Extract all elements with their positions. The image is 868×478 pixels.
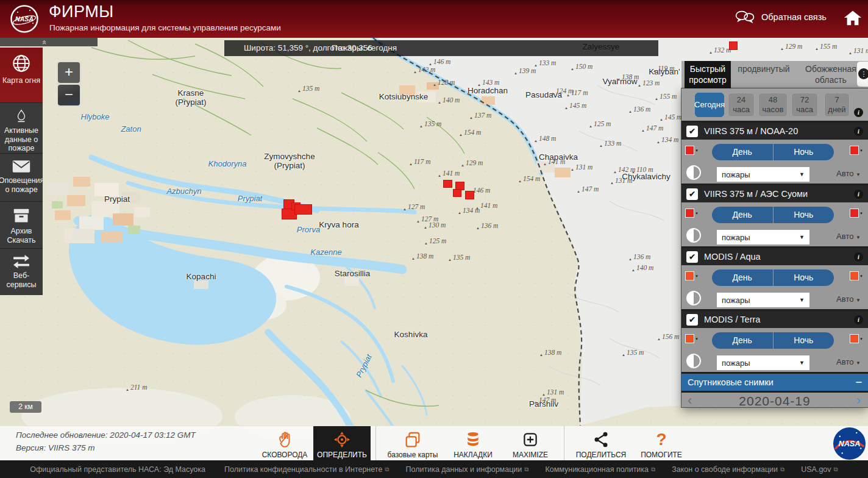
footer-link[interactable]: Политика конфиденциальности в Интернете⧉ [224,465,390,474]
zoom-in-button[interactable]: + [58,62,80,83]
elevation-marker: ▲123 m [638,79,660,87]
peak-icon: ▲ [542,393,546,396]
layer-checkbox[interactable]: ✔ [686,251,698,263]
identify-button[interactable]: ОПРЕДЕЛИТЬ [313,426,371,461]
help-button[interactable]: ? ПОМОГИТЕ [633,426,690,461]
night-button[interactable]: Ночь [774,269,834,286]
sidebar-item-active-fire-data[interactable]: Активные данные о пожаре [0,103,43,153]
layer-controls: ▼ День Ночь ▼ пожары ▼ [681,202,868,246]
info-icon[interactable]: i [854,252,863,262]
peak-icon: ▲ [571,168,574,171]
chevron-down-icon: ▼ [856,360,861,366]
elevation-marker: ▲145 m [564,102,586,110]
satellite-date-row: ‹ 2020-04-19 › [681,393,868,407]
attribute-select[interactable]: пожары ▼ [717,355,809,370]
color-swatch-day[interactable]: ▼ [685,271,699,280]
color-swatch-day[interactable]: ▼ [685,209,699,218]
info-icon[interactable]: i [854,190,863,199]
peak-icon: ▲ [571,67,574,71]
maximize-button[interactable]: MAXIMIZE [502,426,559,461]
footer-link[interactable]: Коммуникационная политика⧉ [545,465,655,474]
share-button[interactable]: ПОДЕЛИТЬСЯ [569,426,633,461]
peak-icon: ▲ [429,62,432,66]
peak-icon: ▲ [438,101,441,104]
overlays-button[interactable]: НАКЛАДКИ [444,426,502,461]
peak-icon: ▲ [628,257,632,261]
night-button[interactable]: Ночь [774,207,834,223]
sidebar-item-archive-download[interactable]: Архив Скачать [0,202,43,248]
time-range-button[interactable]: 24 часа [728,93,755,117]
collapse-minus-icon[interactable]: − [855,376,862,389]
peak-icon: ▲ [409,162,413,166]
elevation-marker: ▲142 m [413,66,435,74]
home-button[interactable] [844,10,862,27]
elevation-marker: ▲139 m [514,67,536,75]
attribute-select[interactable]: пожары ▼ [717,293,809,307]
night-button[interactable]: Ночь [774,144,834,160]
layer-checkbox[interactable]: ✔ [686,126,698,137]
info-icon[interactable]: i [854,127,863,136]
sidebar-collapse-button[interactable]: « [0,38,98,46]
panel-tab[interactable]: продвинутый [733,61,794,88]
layer-checkbox[interactable]: ✔ [686,188,698,200]
map-place-label: Azbuchyn [166,187,201,196]
day-button[interactable]: День [712,144,774,160]
attribute-select[interactable]: пожары ▼ [717,167,809,182]
layer-controls: ▼ День Ночь ▼ пожары ▼ [681,140,868,184]
time-range-button[interactable]: Сегодня [695,93,724,117]
color-swatch-day[interactable]: ▼ [685,334,699,343]
info-icon[interactable]: i [854,315,863,324]
nasa-meatball-icon[interactable]: NASA [833,427,866,460]
pan-button[interactable]: СКОВОРОДА [256,426,313,461]
footer-link[interactable]: Официальный представитель НАСА: Эд Масуо… [30,465,208,474]
time-range-button[interactable]: 72 часа [791,93,818,117]
contrast-icon[interactable] [686,165,701,180]
basemaps-button[interactable]: базовые карты [381,426,444,461]
color-swatch-night[interactable]: ▼ [850,271,863,280]
day-button[interactable]: День [712,207,774,223]
day-button[interactable]: День [712,332,774,349]
zoom-out-button[interactable]: − [58,85,80,105]
color-swatch-day[interactable]: ▼ [685,146,699,155]
layer-controls: ▼ День Ночь ▼ пожары ▼ [681,328,868,372]
night-button[interactable]: Ночь [774,332,834,349]
info-icon[interactable]: i [854,108,863,117]
auto-select[interactable]: Авто ▼ [836,357,861,366]
day-night-toggle: День Ночь [712,269,834,286]
day-button[interactable]: День [712,269,774,286]
exchange-arrows-icon [11,254,32,269]
contrast-icon[interactable] [686,291,701,305]
contrast-icon[interactable] [686,228,701,243]
layer-header: ✔ MODIS / Terra i [681,311,868,328]
peak-icon: ▲ [628,110,632,113]
elevation-marker: ▲138 m [539,349,561,357]
sidebar-item-fire-map[interactable]: Карта огня [0,48,43,102]
attribute-select[interactable]: пожары ▼ [717,230,809,244]
satellite-imagery-header[interactable]: Спутниковые снимки − [681,374,868,391]
color-swatch-night[interactable]: ▼ [850,146,863,155]
color-swatch-night[interactable]: ▼ [850,334,863,343]
time-range-button[interactable]: 48 часов [758,93,788,117]
auto-select[interactable]: Авто ▼ [836,294,861,304]
contrast-icon[interactable] [686,354,701,368]
map-place-label: Parshiiv [529,399,558,408]
footer-link[interactable]: Закон о свободе информации⧉ [672,465,784,474]
color-swatch-night[interactable]: ▼ [850,209,863,218]
feedback-button[interactable]: Обратная связь [735,10,827,24]
footer-link[interactable]: USA.gov⧉ [801,465,838,474]
next-date-button[interactable]: › [856,393,861,407]
layer-group: ✔ MODIS / Terra i ▼ День Ночь [681,311,868,372]
layers-panel: Сегодня24 часа48 часов72 часа7 дней i ✔ … [681,88,868,407]
sidebar-item-web-services[interactable]: Веб-сервисы [0,249,43,295]
panel-tab[interactable]: Обожженная область [797,61,865,88]
layer-checkbox[interactable]: ✔ [686,314,698,326]
footer-link[interactable]: Политика данных и информации⧉ [406,465,529,474]
peak-icon: ▲ [514,71,518,75]
auto-select[interactable]: Авто ▼ [836,232,861,241]
panel-tab[interactable]: Быстрый просмотр [685,61,731,88]
elevation-marker: ▲127 m [416,215,438,223]
auto-select[interactable]: Авто ▼ [836,169,861,178]
sidebar-item-fire-alerts[interactable]: Оповещения о пожаре [0,154,43,201]
time-range-button[interactable]: 7 дней [824,93,850,117]
panel-options-button[interactable]: ⋮ [857,62,868,87]
